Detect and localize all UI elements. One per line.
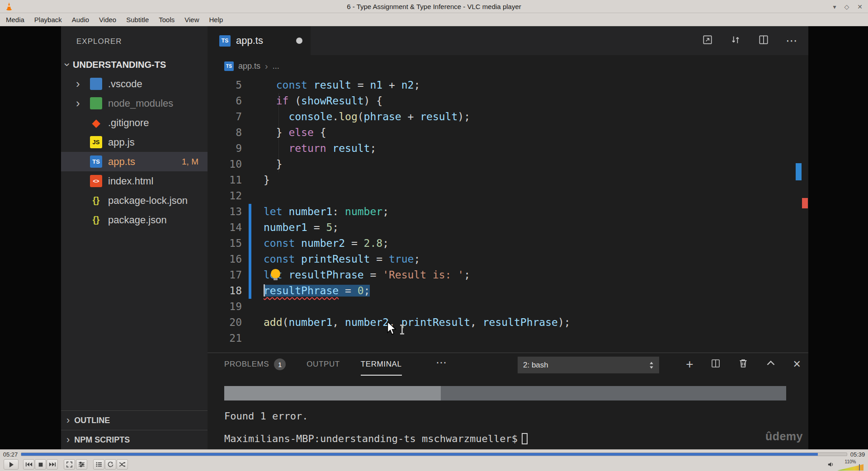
code-token: log <box>339 111 358 122</box>
code-line-6[interactable]: 6 if (showResult) { <box>208 93 808 109</box>
code-line-20[interactable]: 20add(number1, number2, printResult, res… <box>208 315 808 330</box>
minimize-button[interactable]: ▾ <box>833 3 836 10</box>
section-outline[interactable]: ›OUTLINE <box>61 410 208 430</box>
tab-app-ts[interactable]: TS app.ts <box>208 26 311 55</box>
fullscreen-button[interactable] <box>64 459 75 470</box>
menu-item-playback[interactable]: Playback <box>29 13 67 26</box>
code-line-10[interactable]: 10 } <box>208 156 808 172</box>
section-npm-scripts[interactable]: ›NPM SCRIPTS <box>61 430 208 449</box>
line-number: 12 <box>208 188 242 204</box>
maximize-button[interactable]: ◇ <box>844 3 849 10</box>
code-token: return <box>288 142 326 154</box>
panel-tab-terminal[interactable]: TERMINAL <box>361 353 402 376</box>
code-line-18[interactable]: 18resultPhrase = 0; <box>208 283 808 299</box>
code-line-8[interactable]: 8 } else { <box>208 125 808 141</box>
token-group: add(number1, number2, printResult, resul… <box>264 316 571 328</box>
menu-item-help[interactable]: Help <box>204 13 228 26</box>
breadcrumb-more[interactable]: ... <box>273 61 279 71</box>
code-token: = <box>364 269 383 281</box>
code-line-11[interactable]: 11} <box>208 172 808 188</box>
seek-slider[interactable] <box>21 452 847 456</box>
code-line-14[interactable]: 14number1 = 5; <box>208 220 808 236</box>
code-line-16[interactable]: 16const printResult = true; <box>208 251 808 267</box>
code-line-5[interactable]: 5 const result = n1 + n2; <box>208 77 808 93</box>
open-changes-icon[interactable] <box>702 34 713 47</box>
file-item-.gitignore[interactable]: ◆.gitignore <box>61 113 208 132</box>
breadcrumb[interactable]: TS app.ts › ... <box>208 55 808 77</box>
code-line-13[interactable]: 13let number1: number; <box>208 204 808 220</box>
vlc-menu-bar: MediaPlaybackAudioVideoSubtitleToolsView… <box>0 13 868 26</box>
file-item-index.html[interactable]: <>index.html <box>61 171 208 191</box>
code-area[interactable]: 5 const result = n1 + n2;6 if (showResul… <box>208 77 808 353</box>
code-token: = <box>351 79 370 91</box>
code-token: } <box>264 174 270 186</box>
menu-item-video[interactable]: Video <box>94 13 121 26</box>
line-text: } <box>251 156 283 172</box>
file-item-app.ts[interactable]: TSapp.ts1, M <box>61 152 208 171</box>
panel-tab-output[interactable]: OUTPUT <box>307 353 340 376</box>
file-item-package-lock.json[interactable]: {}package-lock.json <box>61 191 208 210</box>
workspace-root-item[interactable]: › UNDERSTANDING-TS <box>61 55 208 74</box>
more-actions-icon[interactable]: ⋯ <box>786 34 797 48</box>
code-line-19[interactable]: 19 <box>208 299 808 315</box>
git-compare-icon[interactable] <box>730 34 741 47</box>
explorer-file-list: ›.vscode›node_modules◆.gitignoreJSapp.js… <box>61 74 208 230</box>
menu-item-subtitle[interactable]: Subtitle <box>121 13 154 26</box>
kill-terminal-icon[interactable] <box>738 358 749 371</box>
file-item-package.json[interactable]: {}package.json <box>61 210 208 230</box>
code-token <box>264 95 276 107</box>
code-token: number1 <box>288 206 332 217</box>
menu-item-tools[interactable]: Tools <box>154 13 179 26</box>
file-item-app.js[interactable]: JSapp.js <box>61 132 208 152</box>
code-line-12[interactable]: 12 <box>208 188 808 204</box>
code-line-7[interactable]: 7 console.log(phrase + result); <box>208 109 808 125</box>
code-line-21[interactable]: 21 <box>208 330 808 346</box>
lightbulb-icon[interactable] <box>271 269 280 278</box>
file-label: package.json <box>108 214 208 226</box>
terminal-shell-select[interactable]: 2: bash <box>518 357 659 373</box>
code-token: } <box>264 158 283 170</box>
next-button[interactable] <box>47 459 58 470</box>
split-editor-icon[interactable] <box>758 34 769 47</box>
menu-item-audio[interactable]: Audio <box>67 13 94 26</box>
volume-slider[interactable] <box>837 464 863 471</box>
split-terminal-icon[interactable] <box>710 358 721 371</box>
playlist-button[interactable] <box>93 459 104 470</box>
text-cursor <box>264 284 265 297</box>
panel-actions: + ✕ <box>686 353 801 376</box>
file-item-.vscode[interactable]: ›.vscode <box>61 74 208 94</box>
breadcrumb-file[interactable]: app.ts <box>238 61 260 71</box>
unsaved-changes-dot-icon[interactable] <box>296 38 302 44</box>
shuffle-button[interactable] <box>117 459 128 470</box>
panel-more-icon[interactable]: ⋯ <box>436 356 447 369</box>
close-button[interactable]: ✕ <box>857 3 863 10</box>
close-panel-icon[interactable]: ✕ <box>793 358 801 370</box>
loop-button[interactable] <box>105 459 116 470</box>
code-token: ; <box>370 142 376 154</box>
video-area[interactable]: EXPLORER › UNDERSTANDING-TS ›.vscode›nod… <box>0 26 868 449</box>
stop-button[interactable] <box>35 459 46 470</box>
mute-button[interactable] <box>827 461 835 470</box>
code-token: 2.8 <box>364 237 383 249</box>
code-token: + <box>401 111 420 122</box>
extended-settings-button[interactable] <box>76 459 87 470</box>
code-line-9[interactable]: 9 return result; <box>208 141 808 156</box>
maximize-panel-icon[interactable] <box>765 358 776 371</box>
play-button[interactable] <box>4 459 19 470</box>
new-terminal-icon[interactable]: + <box>686 357 693 372</box>
line-number: 13 <box>208 204 242 220</box>
menu-item-view[interactable]: View <box>179 13 204 26</box>
previous-button[interactable] <box>23 459 34 470</box>
code-token: , <box>470 316 483 328</box>
code-line-15[interactable]: 15const number2 = 2.8; <box>208 236 808 251</box>
code-token: + <box>382 79 401 91</box>
file-item-node_modules[interactable]: ›node_modules <box>61 94 208 113</box>
line-text <box>251 330 264 346</box>
terminal-prompt-line[interactable]: Maximilians-MBP:understanding-ts mschwar… <box>224 433 528 444</box>
panel-tab-problems[interactable]: PROBLEMS1 <box>224 353 286 376</box>
line-text: let resultPhrase = 'Result is: '; <box>251 267 470 283</box>
menu-item-media[interactable]: Media <box>1 13 29 26</box>
code-line-17[interactable]: 17let resultPhrase = 'Result is: '; <box>208 267 808 283</box>
code-token: = <box>345 237 364 249</box>
panel-tabs: PROBLEMS1OUTPUTTERMINAL <box>224 353 402 376</box>
